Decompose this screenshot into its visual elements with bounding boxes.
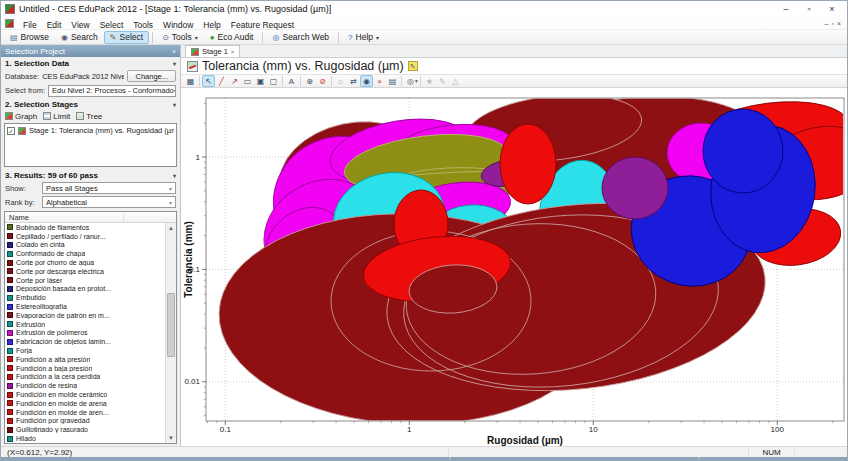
- scroll-down-icon[interactable]: ▼: [168, 433, 174, 443]
- mdi-minimize-button[interactable]: –: [825, 18, 829, 29]
- result-row[interactable]: Cepillado / perfilado / ranur...: [5, 232, 165, 241]
- menu-file[interactable]: File: [18, 20, 42, 30]
- section-selection-stages[interactable]: 2. Selection Stages ▾: [1, 98, 180, 110]
- panel-close-icon[interactable]: ×: [172, 48, 176, 55]
- search-web-button[interactable]: ◎Search Web: [266, 31, 335, 44]
- copy-chart-icon[interactable]: ▤: [386, 75, 399, 87]
- hide-failed-icon[interactable]: ◌: [334, 75, 347, 87]
- mdi-restore-button[interactable]: ▫: [831, 18, 833, 29]
- menu-help[interactable]: Help: [198, 20, 225, 30]
- result-row[interactable]: Extrusión: [5, 320, 165, 329]
- zoom-undo-icon[interactable]: ⊘: [316, 75, 329, 87]
- chevron-down-icon: ▾: [169, 199, 172, 206]
- result-row[interactable]: Fundición a la cera perdida: [5, 373, 165, 382]
- result-row[interactable]: Extrusión de polímeros: [5, 329, 165, 338]
- search-label: Search: [71, 32, 98, 42]
- result-row[interactable]: Corte por láser: [5, 276, 165, 285]
- menu-edit[interactable]: Edit: [42, 20, 67, 30]
- menu-feature-request[interactable]: Feature Request: [226, 20, 299, 30]
- mdi-close-button[interactable]: ×: [837, 18, 841, 29]
- show-dropdown[interactable]: Pass all Stages ▾: [42, 182, 176, 194]
- minimize-button[interactable]: –: [775, 2, 797, 16]
- zoom-in-icon[interactable]: ⊕: [303, 75, 316, 87]
- show-all-icon[interactable]: ◉: [360, 75, 373, 87]
- collapse-caret-icon[interactable]: ▾: [173, 101, 176, 108]
- zoom-window-icon[interactable]: ▣: [254, 75, 267, 87]
- result-row[interactable]: Fundición de resina: [5, 381, 165, 390]
- chart-bubble-red[interactable]: [500, 124, 556, 204]
- record-color-swatch: [7, 418, 13, 424]
- stage-row[interactable]: ✓ Stage 1: Tolerancia (mm) vs. Rugosidad…: [7, 126, 174, 135]
- help-button[interactable]: ?Help▾: [342, 31, 385, 44]
- plot-region[interactable]: 0.111010010.10.01Rugosidad (µm)Toleranci…: [181, 88, 847, 446]
- result-row[interactable]: Colado en cinta: [5, 241, 165, 250]
- rank-by-label: Rank by:: [5, 198, 39, 207]
- result-row[interactable]: Fundición a alta presión: [5, 355, 165, 364]
- text-label-icon[interactable]: A: [285, 75, 298, 87]
- results-scrollbar[interactable]: ▲ ▼: [165, 223, 176, 443]
- maximize-button[interactable]: ▫: [798, 2, 820, 16]
- result-row[interactable]: Deposición basada en protot...: [5, 285, 165, 294]
- result-row[interactable]: Embutido: [5, 293, 165, 302]
- menu-select[interactable]: Select: [95, 20, 129, 30]
- eco-audit-button[interactable]: ●Eco Audit: [204, 31, 260, 44]
- result-row[interactable]: Fabricación de objetos lamin...: [5, 337, 165, 346]
- result-row[interactable]: Forja: [5, 346, 165, 355]
- result-row[interactable]: Fundición a baja presión: [5, 364, 165, 373]
- results-list-header[interactable]: Name: [5, 212, 176, 223]
- rank-by-dropdown[interactable]: Alphabetical ▾: [42, 196, 176, 208]
- zoom-reset-window-icon[interactable]: ▢: [267, 75, 280, 87]
- draw-line-icon[interactable]: ╱: [215, 75, 228, 87]
- select-from-dropdown[interactable]: Edu Nivel 2: Procesos - Conformado ▾: [48, 85, 176, 97]
- close-button[interactable]: ×: [821, 2, 843, 16]
- chart-bubble-blue[interactable]: [703, 109, 783, 193]
- stage-checkbox[interactable]: ✓: [7, 127, 15, 135]
- result-row[interactable]: Fundición en molde de aren...: [5, 408, 165, 417]
- chart-bubble-purple[interactable]: [602, 157, 668, 219]
- menu-view[interactable]: View: [66, 20, 94, 30]
- select-cursor-icon[interactable]: ↖: [202, 75, 215, 87]
- tab-stage-1[interactable]: Stage 1 ×: [185, 45, 240, 57]
- result-row[interactable]: Estereolitografía: [5, 302, 165, 311]
- record-label: Extrusión de polímeros: [16, 329, 88, 336]
- scroll-thumb[interactable]: [167, 293, 175, 357]
- scroll-up-icon[interactable]: ▲: [168, 223, 174, 233]
- collapse-caret-icon[interactable]: ▾: [173, 60, 176, 67]
- result-row[interactable]: Conformado de chapa: [5, 249, 165, 258]
- delete-stage-icon[interactable]: ×: [373, 75, 386, 87]
- tools-button[interactable]: ⊙Tools▾: [156, 31, 204, 44]
- result-row[interactable]: Evaporación de patrón en m...: [5, 311, 165, 320]
- result-row[interactable]: Corte por chorro de agua: [5, 258, 165, 267]
- new-tree-stage-button[interactable]: Tree: [76, 112, 102, 121]
- draw-index-line-icon[interactable]: ↗: [228, 75, 241, 87]
- result-row[interactable]: Guillotinado y rasurado: [5, 425, 165, 434]
- result-row[interactable]: Hilado: [5, 434, 165, 443]
- search-button[interactable]: ◉Search: [55, 31, 104, 44]
- new-limit-stage-button[interactable]: Limit: [43, 112, 70, 121]
- menu-window[interactable]: Window: [158, 20, 198, 30]
- result-row[interactable]: Corte por descarga eléctrica: [5, 267, 165, 276]
- record-color-swatch: [7, 268, 13, 274]
- result-row[interactable]: Bobinado de filamentos: [5, 223, 165, 232]
- record-label: Fundición por gravedad: [16, 417, 90, 424]
- result-row[interactable]: Fundición en molde cerámico: [5, 390, 165, 399]
- result-row[interactable]: Fundición por gravedad: [5, 417, 165, 426]
- chart-area: Stage 1 × Tolerancia (mm) vs. Rugosidad …: [181, 45, 847, 446]
- section-selection-data[interactable]: 1. Selection Data ▾: [1, 57, 180, 69]
- tab-close-icon[interactable]: ×: [231, 49, 235, 55]
- new-graph-stage-button[interactable]: Graph: [5, 112, 37, 121]
- collapse-caret-icon[interactable]: ▾: [173, 172, 176, 179]
- section-results[interactable]: 3. Results: 59 of 60 pass ▾: [1, 169, 180, 181]
- select-button[interactable]: ✎Select: [104, 31, 149, 44]
- result-row[interactable]: Fundición en molde de arena: [5, 399, 165, 408]
- graph-properties-icon[interactable]: ▦: [184, 75, 197, 87]
- record-label: Fundición en molde de aren...: [16, 409, 109, 416]
- browse-button[interactable]: ▤Browse: [4, 31, 55, 44]
- edit-title-icon[interactable]: ✎: [408, 61, 418, 71]
- bubble-chart[interactable]: 0.111010010.10.01Rugosidad (µm)Toleranci…: [181, 88, 848, 448]
- box-selection-icon[interactable]: ▭: [241, 75, 254, 87]
- menu-tools[interactable]: Tools: [128, 20, 158, 30]
- swap-axes-icon[interactable]: ⇄: [347, 75, 360, 87]
- record-color-swatch: [7, 286, 13, 292]
- change-database-button[interactable]: Change...: [127, 70, 176, 82]
